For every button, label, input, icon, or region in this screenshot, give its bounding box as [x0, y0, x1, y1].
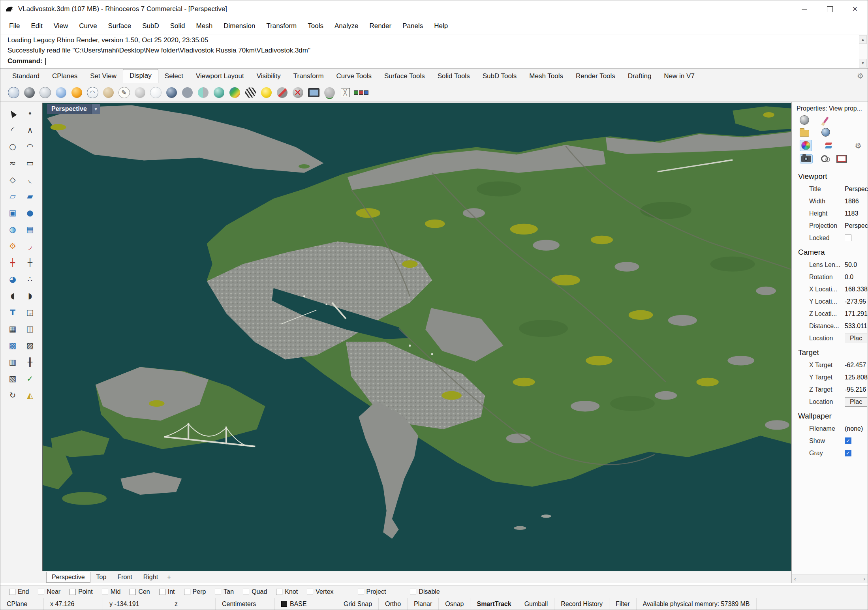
- monitor-icon[interactable]: [307, 86, 320, 99]
- toolbar-tab-transform[interactable]: Transform: [287, 70, 330, 83]
- panel-gear-icon[interactable]: ⚙: [853, 141, 863, 150]
- menu-item-transform[interactable]: Transform: [261, 22, 302, 30]
- perspective-viewport[interactable]: Perspective ▼: [42, 103, 791, 571]
- checkbox-show[interactable]: ✓: [845, 437, 851, 444]
- check-tool-icon[interactable]: ✓: [23, 372, 37, 385]
- menu-item-render[interactable]: Render: [364, 22, 397, 30]
- arctic-icon[interactable]: [149, 86, 162, 99]
- env-map-icon[interactable]: [212, 86, 225, 99]
- shaded-icon[interactable]: [23, 86, 36, 99]
- osnap-end[interactable]: End: [9, 588, 29, 595]
- property-value[interactable]: -95.216: [845, 386, 866, 393]
- property-value[interactable]: -273.95: [845, 298, 866, 305]
- sun-icon[interactable]: [259, 86, 273, 99]
- osnap-knot[interactable]: Knot: [276, 588, 298, 595]
- pipe-tool-icon[interactable]: ╫: [23, 355, 37, 369]
- xray-icon[interactable]: [54, 86, 68, 99]
- rotate-tool-icon[interactable]: ↻: [6, 389, 19, 402]
- monochrome-icon[interactable]: [133, 86, 147, 99]
- scroll-track[interactable]: [859, 44, 867, 59]
- osnap-vertex[interactable]: Vertex: [307, 588, 333, 595]
- lens-icon[interactable]: [820, 154, 829, 163]
- fillet-tool-icon[interactable]: ◞: [23, 239, 37, 253]
- place-button[interactable]: Plac: [845, 334, 867, 343]
- extrude-gear-tool-icon[interactable]: ⚙: [6, 239, 19, 253]
- toolbar-tab-standard[interactable]: Standard: [6, 70, 46, 83]
- property-value[interactable]: 0.0: [845, 274, 853, 281]
- osnap-tan[interactable]: Tan: [215, 588, 234, 595]
- minimize-button[interactable]: ─: [792, 0, 817, 18]
- viewport-tab-top[interactable]: Top: [91, 572, 112, 582]
- toolbar-tab-solid-tools[interactable]: Solid Tools: [431, 70, 476, 83]
- osnap-mid[interactable]: Mid: [102, 588, 121, 595]
- scale-tool-icon[interactable]: ◲: [23, 306, 37, 319]
- ghosted-icon[interactable]: [38, 86, 52, 99]
- viewport-rect-icon[interactable]: [836, 154, 847, 163]
- polygon-tool-icon[interactable]: ◇: [6, 173, 19, 186]
- menu-item-subd[interactable]: SubD: [137, 22, 165, 30]
- command-scrollbar[interactable]: ▲ ▼: [859, 35, 867, 68]
- property-value[interactable]: 168.338: [845, 286, 868, 293]
- status-x-47-126[interactable]: x 47.126: [44, 598, 103, 610]
- menu-item-analyze[interactable]: Analyze: [329, 22, 364, 30]
- wireframe-icon[interactable]: [7, 86, 20, 99]
- status-smarttrack[interactable]: SmartTrack: [470, 598, 518, 610]
- checkbox-locked[interactable]: [845, 235, 851, 241]
- plane-hatch-tool-icon[interactable]: ▧: [6, 372, 19, 385]
- rendered-icon[interactable]: [70, 86, 83, 99]
- rectangle-tool-icon[interactable]: ▭: [23, 156, 37, 170]
- new-viewport-tab-button[interactable]: +: [167, 573, 171, 581]
- pen-icon[interactable]: ✎: [117, 86, 131, 99]
- toolbar-tab-subd-tools[interactable]: SubD Tools: [476, 70, 523, 83]
- property-value[interactable]: 1183: [845, 210, 858, 217]
- toolbar-tab-curve-tools[interactable]: Curve Tools: [330, 70, 378, 83]
- sphere-dark-tool-icon[interactable]: ◕: [6, 272, 19, 286]
- array-tool-icon[interactable]: ▦: [6, 322, 19, 336]
- axes-tool-icon[interactable]: ┼: [23, 256, 37, 269]
- axes-red-tool-icon[interactable]: ┿: [6, 256, 19, 269]
- property-value[interactable]: Perspec: [845, 222, 868, 229]
- hatch-tool-icon[interactable]: ▨: [23, 339, 37, 352]
- surface-edge-tool-icon[interactable]: ▰: [23, 190, 37, 203]
- mirror-tool-icon[interactable]: ◫: [23, 322, 37, 336]
- status-cplane[interactable]: CPlane: [0, 598, 44, 610]
- colorboxes-icon[interactable]: [354, 86, 368, 99]
- point-dot-tool-icon[interactable]: •: [23, 107, 37, 120]
- menu-item-help[interactable]: Help: [428, 22, 453, 30]
- wedge-tool-icon[interactable]: ◭: [23, 389, 37, 402]
- toolbar-tab-viewport-layout[interactable]: Viewport Layout: [190, 70, 250, 83]
- object-properties-icon[interactable]: [800, 115, 809, 125]
- status-ortho[interactable]: Ortho: [379, 598, 408, 610]
- sphere-tool-icon[interactable]: ●: [23, 206, 37, 220]
- menu-item-file[interactable]: File: [4, 22, 25, 30]
- menu-item-view[interactable]: View: [48, 22, 74, 30]
- panel-h-scrollbar[interactable]: ‹ ›: [792, 574, 868, 583]
- property-value[interactable]: 125.808: [845, 374, 868, 381]
- toolbar-options-gear-icon[interactable]: ⚙: [857, 71, 864, 80]
- osnap-quad[interactable]: Quad: [243, 588, 267, 595]
- curve-cp-tool-icon[interactable]: ◜: [6, 123, 19, 137]
- osnap-point[interactable]: Point: [70, 588, 92, 595]
- flat-shade-icon[interactable]: [180, 86, 194, 99]
- viewport-tab-front[interactable]: Front: [112, 572, 137, 582]
- cylinder-tool-icon[interactable]: ◍: [6, 223, 19, 236]
- status-grid-snap[interactable]: Grid Snap: [337, 598, 379, 610]
- property-value[interactable]: 1886: [845, 198, 859, 205]
- zebra-icon[interactable]: [244, 86, 257, 99]
- circle-tool-icon[interactable]: ○: [6, 140, 19, 153]
- status-gumball[interactable]: Gumball: [518, 598, 555, 610]
- osnap-disable[interactable]: Disable: [410, 588, 440, 595]
- plane-tool-icon[interactable]: ▤: [23, 223, 37, 236]
- osnap-near[interactable]: Near: [38, 588, 60, 595]
- layers-icon[interactable]: [824, 141, 833, 150]
- trim-left-tool-icon[interactable]: ◖: [6, 289, 19, 302]
- grid-tool-icon[interactable]: ▥: [6, 355, 19, 369]
- property-value[interactable]: -62.457: [845, 362, 866, 369]
- place-button[interactable]: Plac: [845, 397, 867, 407]
- viewport-title-label[interactable]: Perspective: [47, 104, 91, 114]
- material-icon[interactable]: [821, 128, 830, 137]
- toolbar-tab-mesh-tools[interactable]: Mesh Tools: [523, 70, 569, 83]
- osnap-int[interactable]: Int: [159, 588, 175, 595]
- freeform-tool-icon[interactable]: ≈: [6, 156, 19, 170]
- property-value[interactable]: 171.291: [845, 310, 868, 317]
